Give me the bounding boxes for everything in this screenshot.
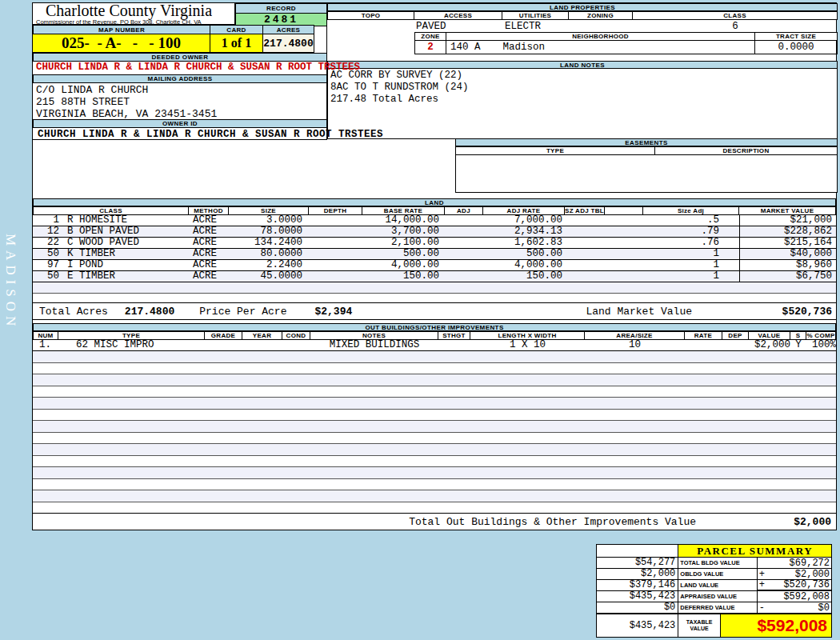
land-market-value: $6,750 bbox=[739, 271, 836, 282]
sign: + bbox=[758, 569, 766, 580]
land-method: ACRE bbox=[189, 238, 229, 248]
land-market-value: $215,164 bbox=[739, 238, 836, 248]
appraised-value-label: APPRAISED VALUE bbox=[678, 591, 757, 602]
total-bldg-value-label: TOTAL BLDG VALUE bbox=[678, 558, 757, 569]
zoning-label: ZONING bbox=[569, 11, 633, 20]
land-totals-row: Total Acres 217.4800 Price Per Acre $2,3… bbox=[33, 302, 836, 320]
sign: + bbox=[758, 579, 766, 590]
land-adj-rate: 1,602.83 bbox=[483, 238, 565, 248]
out-buildings-total-value: $2,000 bbox=[740, 516, 836, 528]
land-base-rate: 14,000.00 bbox=[362, 215, 445, 226]
land-table-row: 1R HOMESITEACRE3.000014,000.007,000.00.5… bbox=[33, 215, 836, 226]
land-class-num: 50 bbox=[33, 271, 59, 282]
land-depth bbox=[309, 260, 362, 270]
land-blank bbox=[605, 271, 643, 282]
taxable-value-row: $435,423 TAXABLE VALUE $592,008 bbox=[597, 614, 831, 637]
land-class-num: 12 bbox=[33, 226, 59, 237]
record-label: RECORD bbox=[235, 3, 327, 14]
price-per-acre-value: $2,394 bbox=[314, 306, 352, 318]
land-notes-line: AC CORR BY SURVEY (22) bbox=[330, 70, 837, 82]
value: $69,272 bbox=[766, 558, 831, 569]
land-sz-adj-tbl bbox=[565, 249, 605, 259]
land-sz-adj-tbl bbox=[565, 215, 605, 226]
neighborhood-label: NEIGHBORHOOD bbox=[446, 32, 755, 41]
land-blank bbox=[605, 215, 643, 226]
land-size: 2.2400 bbox=[229, 260, 309, 270]
land-base-rate: 2,100.00 bbox=[362, 238, 445, 248]
value: $2,000 bbox=[766, 569, 831, 580]
land-table-row: 50K TIMBERACRE80.0000500.00500.001$40,00… bbox=[33, 249, 836, 260]
ob-area-size: 10 bbox=[585, 340, 685, 350]
empty-row bbox=[33, 282, 836, 294]
prior-value: $0 bbox=[597, 602, 678, 614]
col-sthgt: STHGT bbox=[438, 331, 470, 340]
obldg-value: + $2,000 bbox=[758, 569, 831, 580]
land-class-num: 50 bbox=[33, 249, 59, 259]
land-class-name: C WOOD PAVED bbox=[59, 238, 189, 248]
out-buildings-title: OUT BUILDINGS/OTHER IMPROVEMENTS bbox=[33, 323, 836, 331]
obldg-value-label: OBLDG VALUE bbox=[678, 569, 757, 580]
land-blank bbox=[605, 238, 643, 248]
neighborhood-name: Madison bbox=[503, 42, 546, 53]
land-method: ACRE bbox=[189, 249, 229, 259]
land-class-name: B OPEN PAVED bbox=[59, 226, 189, 237]
utilities-label: UTILITIES bbox=[502, 11, 569, 20]
ob-length-width: 1 X 10 bbox=[470, 340, 585, 350]
land-sz-adj-tbl bbox=[565, 260, 605, 270]
land-method: ACRE bbox=[189, 215, 229, 226]
land-base-rate: 4,000.00 bbox=[362, 260, 445, 270]
class-label: CLASS bbox=[633, 11, 838, 20]
easement-description-label: DESCRIPTION bbox=[655, 146, 838, 155]
deferred-value-label: DEFERRED VALUE bbox=[678, 602, 757, 614]
land-sz-adj-tbl bbox=[565, 226, 605, 237]
land-class-name: R HOMESITE bbox=[59, 215, 189, 226]
col-rate: RATE bbox=[685, 331, 722, 340]
col-blank bbox=[605, 206, 643, 215]
ob-notes: MIXED BUILDINGS bbox=[310, 340, 438, 350]
summary-row: $379,146 LAND VALUE + $520,736 bbox=[597, 580, 831, 591]
land-adj bbox=[445, 249, 483, 259]
land-adj bbox=[445, 215, 483, 226]
taxable-value-label: TAXABLE VALUE bbox=[678, 614, 721, 637]
ob-type: 62 MISC IMPRO bbox=[58, 340, 205, 350]
col-depth: DEPTH bbox=[309, 206, 362, 215]
land-method: ACRE bbox=[189, 271, 229, 282]
prior-value: $54,277 bbox=[597, 558, 678, 569]
land-base-rate: 3,700.00 bbox=[362, 226, 445, 237]
land-sz-adj-tbl bbox=[565, 271, 605, 282]
land-size-adj: 1 bbox=[643, 260, 739, 270]
ob-pct-comp: 100% bbox=[806, 340, 836, 350]
access-label: ACCESS bbox=[414, 11, 502, 20]
land-method: ACRE bbox=[189, 226, 229, 237]
land-table-row: 22C WOOD PAVEDACRE134.24002,100.001,602.… bbox=[33, 238, 836, 249]
easements-title: EASEMENTS bbox=[455, 138, 838, 146]
mailing-address-label: MAILING ADDRESS bbox=[33, 74, 327, 83]
price-per-acre-label: Price Per Acre bbox=[199, 306, 286, 318]
land-size: 134.2400 bbox=[229, 238, 309, 248]
land-base-rate: 500.00 bbox=[362, 249, 445, 259]
district-watermark: MADISON bbox=[2, 234, 18, 330]
land-table-row: 50E TIMBERACRE45.0000150.00150.001$6,750 bbox=[33, 271, 836, 282]
land-class-num: 97 bbox=[33, 260, 59, 270]
land-adj bbox=[445, 271, 483, 282]
owner-id-label: OWNER ID bbox=[33, 119, 327, 128]
easement-type-label: TYPE bbox=[455, 146, 655, 155]
col-grade: GRADE bbox=[205, 331, 242, 340]
land-size-adj: .76 bbox=[643, 238, 739, 248]
mailing-address-line: VIRGINIA BEACH, VA 23451-3451 bbox=[36, 108, 217, 120]
land-class-name: I POND bbox=[59, 260, 189, 270]
card-label: CARD bbox=[210, 25, 263, 34]
land-notes-title: LAND NOTES bbox=[327, 61, 838, 69]
land-properties-header-row: TOPO ACCESS UTILITIES ZONING CLASS bbox=[327, 11, 838, 20]
ob-num: 1. bbox=[33, 340, 58, 350]
utilities-value: ELECTR bbox=[502, 20, 569, 32]
summary-row: $2,000 OBLDG VALUE + $2,000 bbox=[597, 569, 831, 580]
deeded-owner-name: CHURCH LINDA R & LINDA R CHURCH & SUSAN … bbox=[33, 62, 360, 73]
col-adj: ADJ bbox=[445, 206, 483, 215]
county-title-box: Charlotte County Virginia Commissioner o… bbox=[33, 3, 235, 25]
land-value-label: LAND VALUE bbox=[678, 580, 757, 591]
zone-label: ZONE bbox=[414, 32, 446, 41]
zone-value: 2 bbox=[414, 41, 446, 54]
land-adj bbox=[445, 238, 483, 248]
land-depth bbox=[309, 226, 362, 237]
